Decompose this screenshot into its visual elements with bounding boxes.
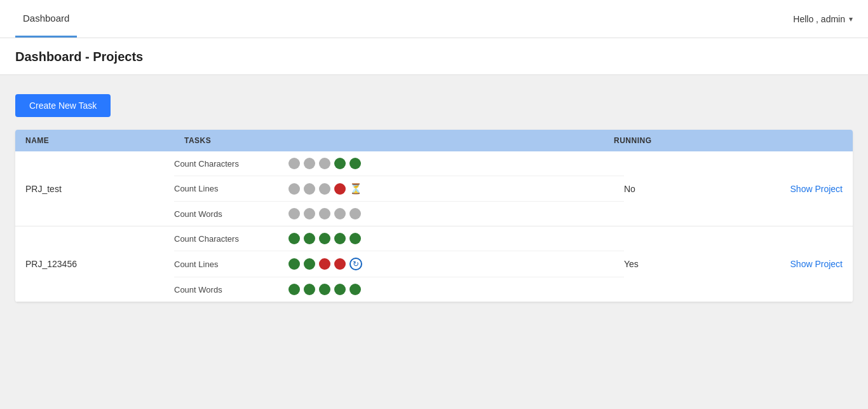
page-title: Dashboard - Projects: [15, 50, 853, 64]
table-row: PRJ_123456Count CharactersCount Lines↻Co…: [15, 226, 853, 302]
user-menu[interactable]: Hello , admin ▾: [793, 14, 853, 24]
gray-dot: [349, 208, 361, 219]
task-name: Count Characters: [174, 234, 288, 244]
create-new-task-button[interactable]: Create New Task: [15, 94, 111, 117]
task-dots: ↻: [288, 258, 624, 270]
project-name: PRJ_test: [15, 174, 174, 204]
gray-dot: [288, 183, 300, 195]
list-item: Count Characters: [174, 151, 624, 176]
navbar: Dashboard Hello , admin ▾: [0, 0, 868, 38]
col-header-running: RUNNING: [614, 136, 741, 145]
running-status: Yes: [624, 249, 751, 279]
gray-dot: [319, 208, 330, 219]
green-dot: [288, 233, 300, 244]
green-dot: [334, 233, 346, 244]
red-dot: [334, 183, 346, 195]
green-dot: [349, 158, 361, 169]
green-dot: [304, 233, 315, 244]
running-status: No: [624, 174, 751, 204]
page-header: Dashboard - Projects: [0, 38, 868, 75]
col-header-tasks: TASKS: [184, 136, 614, 145]
list-item: Count Lines↻: [174, 251, 624, 277]
tasks-column: Count CharactersCount Lines↻Count Words: [174, 226, 624, 302]
gray-dot: [319, 158, 330, 169]
show-project-link[interactable]: Show Project: [751, 249, 853, 279]
list-item: Count Characters: [174, 226, 624, 251]
col-header-action: [741, 136, 843, 145]
refresh-icon: ↻: [349, 258, 362, 270]
col-header-name: NAME: [25, 136, 184, 145]
green-dot: [288, 284, 300, 295]
nav-tab-dashboard[interactable]: Dashboard: [15, 0, 77, 38]
gray-dot: [304, 208, 315, 219]
task-name: Count Lines: [174, 184, 288, 193]
tasks-column: Count CharactersCount Lines⏳Count Words: [174, 151, 624, 226]
red-dot: [319, 258, 330, 270]
green-dot: [349, 284, 361, 295]
main-content: Create New Task NAME TASKS RUNNING PRJ_t…: [0, 75, 868, 321]
green-dot: [334, 158, 346, 169]
gray-dot: [288, 208, 300, 219]
task-dots: [288, 233, 624, 244]
gray-dot: [304, 158, 315, 169]
green-dot: [319, 233, 330, 244]
gray-dot: [334, 208, 346, 219]
project-rows-container: PRJ_testCount CharactersCount Lines⏳Coun…: [15, 151, 853, 302]
show-project-link[interactable]: Show Project: [751, 174, 853, 204]
red-dot: [334, 258, 346, 270]
projects-table: NAME TASKS RUNNING PRJ_testCount Charact…: [15, 130, 853, 302]
list-item: Count Words: [174, 277, 624, 302]
gray-dot: [304, 183, 315, 195]
task-name: Count Words: [174, 209, 288, 219]
list-item: Count Words: [174, 202, 624, 226]
table-header: NAME TASKS RUNNING: [15, 130, 853, 151]
task-name: Count Characters: [174, 159, 288, 169]
green-dot: [319, 284, 330, 295]
greeting-text: Hello , admin: [793, 14, 845, 24]
nav-left: Dashboard: [15, 0, 77, 38]
task-dots: [288, 284, 624, 295]
green-dot: [304, 284, 315, 295]
hourglass-icon: ⏳: [349, 183, 362, 195]
green-dot: [334, 284, 346, 295]
task-name: Count Lines: [174, 260, 288, 269]
task-dots: [288, 158, 624, 169]
green-dot: [288, 258, 300, 270]
project-name: PRJ_123456: [15, 249, 174, 279]
task-name: Count Words: [174, 285, 288, 295]
task-dots: ⏳: [288, 183, 624, 195]
green-dot: [304, 258, 315, 270]
table-row: PRJ_testCount CharactersCount Lines⏳Coun…: [15, 151, 853, 226]
gray-dot: [288, 158, 300, 169]
green-dot: [349, 233, 361, 244]
task-dots: [288, 208, 624, 219]
chevron-down-icon: ▾: [849, 15, 853, 24]
gray-dot: [319, 183, 330, 195]
list-item: Count Lines⏳: [174, 176, 624, 202]
